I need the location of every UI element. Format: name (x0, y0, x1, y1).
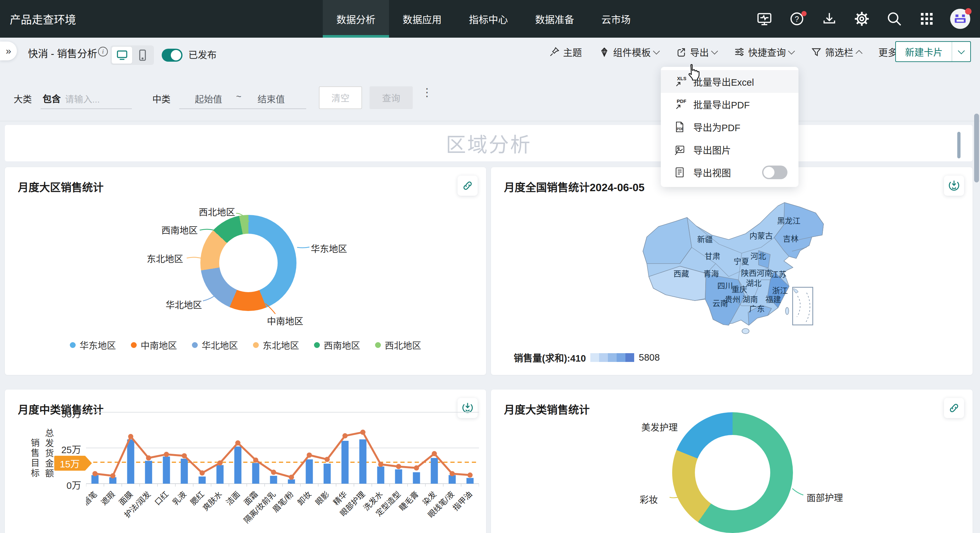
apps-grid-icon[interactable] (918, 10, 936, 28)
export-button[interactable]: 导出 (676, 45, 717, 59)
sliders-icon (734, 46, 745, 57)
notification-dot (802, 11, 807, 16)
svg-text:睫毛膏: 睫毛膏 (398, 490, 420, 512)
province-label[interactable]: 河南 (757, 267, 772, 278)
mouse-cursor-hand (684, 63, 702, 82)
province-label[interactable]: 广东 (749, 303, 765, 314)
card-drill-button[interactable] (944, 176, 964, 196)
y-tick: 25万 (52, 442, 81, 456)
desktop-view-button[interactable] (112, 47, 132, 63)
filter-text-input[interactable]: 请输入... (65, 92, 100, 105)
province-label[interactable]: 甘肃 (705, 250, 720, 261)
legend-item[interactable]: 西北地区 (375, 339, 421, 352)
publish-toggle[interactable] (162, 49, 183, 62)
card-link-button[interactable] (458, 176, 478, 196)
map-legend-label: 销售量(求和):410 (514, 351, 586, 364)
province-label[interactable]: 黑龙江 (777, 214, 800, 226)
download-icon[interactable] (820, 10, 838, 28)
filter-operator[interactable]: 包含 (43, 92, 61, 105)
mid-category-plot[interactable]: 唇笔遮瑕面膜护法/润发口红乳液腮红爽肤水洁面面霜隔离/妆前乳眉笔/粉卸妆眼影精华… (86, 403, 479, 533)
province-label[interactable]: 四川 (717, 279, 733, 291)
new-card-button[interactable]: 新建卡片 (896, 42, 952, 61)
toolbar-actions: 主题 组件模板 导出 快捷查询 筛选栏 更多 (549, 42, 905, 62)
svg-text:唇笔: 唇笔 (86, 490, 99, 507)
menu-item-export-view[interactable]: 导出视图 (661, 161, 799, 184)
svg-text:洁面: 洁面 (224, 490, 242, 507)
export-view-toggle[interactable] (762, 165, 788, 179)
province-label[interactable]: 吉林 (783, 232, 799, 244)
drill-down-icon (948, 179, 960, 192)
svg-text:乳液: 乳液 (171, 490, 188, 507)
province-label[interactable]: 云南 (713, 297, 728, 308)
legend-item[interactable]: 华东地区 (70, 339, 116, 352)
banner-scrollbar[interactable] (957, 132, 961, 159)
page-scrollbar-thumb[interactable] (974, 114, 979, 182)
region-donut-legend: 华东地区 中南地区 华北地区 东北地区 西南地区 西北地区 (5, 339, 486, 352)
search-icon[interactable] (885, 10, 904, 28)
menu-item-batch-export-pdf[interactable]: PDF 批量导出PDF (661, 93, 799, 116)
range-start-input[interactable]: 起始值 (195, 92, 222, 105)
mobile-view-button[interactable] (132, 47, 153, 63)
province-label[interactable]: 湖北 (746, 277, 762, 288)
province-label[interactable]: 青海 (703, 268, 719, 279)
pie-label: 西南地区 (161, 223, 198, 236)
province-label[interactable]: 河北 (751, 250, 766, 261)
filter-bar-button[interactable]: 筛选栏 (811, 45, 861, 59)
svg-text:爽肤水: 爽肤水 (201, 490, 224, 512)
svg-text:眼影: 眼影 (314, 490, 331, 507)
chevron-down-icon (958, 47, 964, 54)
template-diamond-icon (599, 46, 610, 57)
settings-gear-icon[interactable] (853, 10, 871, 28)
province-label[interactable]: 新疆 (697, 233, 713, 244)
theme-button[interactable]: 主题 (549, 45, 582, 59)
sidebar-expand-button[interactable]: » (0, 41, 17, 60)
new-card-split-button: 新建卡片 (895, 41, 971, 62)
top-navbar: 产品走查环境 数据分析 数据应用 指标中心 数据准备 云市场 ? (0, 0, 980, 38)
export-dropdown-menu: XLS 批量导出Excel PDF 批量导出PDF PDF 导出为PDF 导出图… (661, 67, 799, 187)
province-label[interactable]: 内蒙古 (749, 230, 773, 241)
province-label[interactable]: 西藏 (673, 268, 689, 279)
province-label[interactable]: 宁夏 (733, 255, 749, 266)
card-link-button[interactable] (944, 398, 964, 418)
range-end-input[interactable]: 结束值 (258, 92, 285, 105)
xls-export-icon: XLS (673, 75, 686, 88)
svg-text:遮瑕: 遮瑕 (99, 490, 116, 507)
quick-query-button[interactable]: 快捷查询 (734, 45, 794, 59)
legend-item[interactable]: 东北地区 (253, 339, 299, 352)
card-china-map: 月度全国销售统计2024-06-05 (491, 167, 972, 375)
menu-item-batch-export-excel[interactable]: XLS 批量导出Excel (661, 70, 799, 93)
theme-icon (549, 46, 560, 57)
pie-label: 东北地区 (147, 252, 183, 265)
help-icon[interactable]: ? (788, 10, 806, 28)
new-card-dropdown-button[interactable] (952, 42, 970, 61)
info-icon[interactable]: i (98, 47, 108, 57)
legend-item[interactable]: 华北地区 (192, 339, 238, 352)
view-export-icon (673, 166, 686, 179)
range-underline (179, 108, 306, 109)
china-map[interactable]: 新疆 甘肃 青海 西藏 内蒙古 黑龙江 吉林 宁夏 河北 陕西 河南 江苏 四川… (631, 199, 846, 345)
pie-label: 面部护理 (807, 491, 843, 504)
component-template-button[interactable]: 组件模板 (599, 45, 659, 59)
menu-item-export-as-pdf[interactable]: PDF 导出为PDF (661, 116, 799, 138)
pie-label: 华北地区 (165, 298, 202, 311)
clear-button[interactable]: 清空 (319, 86, 362, 109)
pie-label: 华东地区 (311, 242, 347, 255)
tab-data-analysis[interactable]: 数据分析 (323, 0, 389, 38)
user-avatar[interactable] (950, 9, 970, 29)
legend-item[interactable]: 中南地区 (131, 339, 177, 352)
province-label[interactable]: 陕西 (741, 267, 757, 278)
tab-cloud-market[interactable]: 云市场 (588, 0, 644, 38)
map-legend-gradient (590, 353, 634, 362)
filter-more-icon[interactable]: ⋮ (422, 87, 433, 97)
legend-item[interactable]: 西南地区 (314, 339, 360, 352)
tab-data-preparation[interactable]: 数据准备 (522, 0, 588, 38)
tab-data-application[interactable]: 数据应用 (389, 0, 455, 38)
province-label[interactable]: 重庆 (732, 283, 747, 294)
province-label[interactable]: 福建 (765, 293, 781, 305)
monitor-status-icon[interactable] (755, 10, 773, 28)
query-button[interactable]: 查询 (369, 86, 413, 109)
menu-item-export-image[interactable]: 导出图片 (661, 138, 799, 161)
map-legend-max: 5808 (639, 352, 660, 363)
tab-metric-center[interactable]: 指标中心 (455, 0, 522, 38)
province-label[interactable]: 江苏 (771, 268, 786, 279)
